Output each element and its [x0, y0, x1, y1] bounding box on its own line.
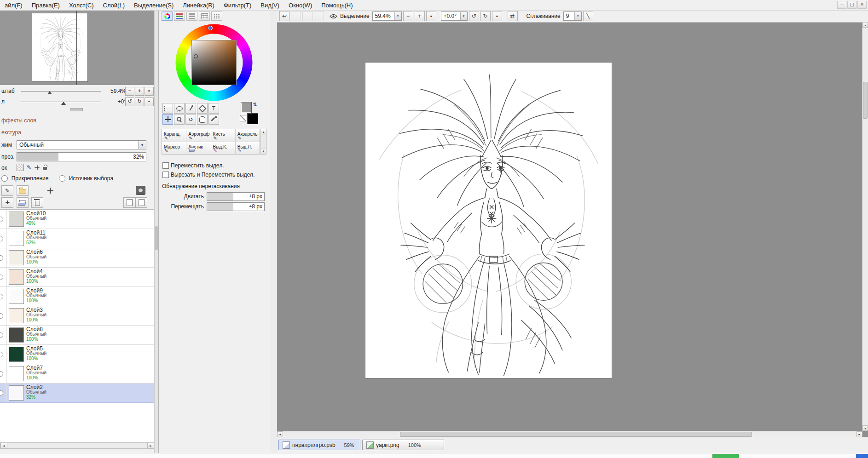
document-tab[interactable]: yapiii.png 100%: [362, 440, 444, 450]
scroll-down-arrow[interactable]: ▼: [261, 148, 266, 154]
document-tab-active[interactable]: пнрапрплгро.psb 59%: [278, 440, 360, 450]
swatches-tab[interactable]: [211, 11, 222, 21]
angle-slider-thumb[interactable]: [61, 102, 66, 105]
navigator-preview[interactable]: [32, 13, 87, 81]
cut-move-selection-checkbox[interactable]: [162, 172, 169, 178]
saturation-value-square[interactable]: [192, 40, 236, 85]
flip-horizontal-button[interactable]: ⇄: [508, 11, 518, 21]
menu-view[interactable]: Вид(V): [256, 0, 284, 10]
rotate-view-button[interactable]: ↺: [185, 114, 196, 125]
panel-splitter[interactable]: [270, 10, 278, 453]
layer-row[interactable]: Слой9 Обычный 100%: [0, 287, 155, 306]
menu-filter[interactable]: Фильтр(T): [219, 0, 256, 10]
layer-visibility-cell[interactable]: [0, 326, 7, 344]
chevron-down-icon[interactable]: ▾: [394, 12, 401, 20]
canvas-vscrollbar[interactable]: ▲ ▼: [862, 22, 868, 431]
tool-selection-pen[interactable]: Выд.К.✎: [211, 142, 235, 155]
copy-layer-button[interactable]: [123, 197, 135, 208]
canvas-page[interactable]: [365, 63, 612, 378]
drag-translate-input[interactable]: ±8 px: [207, 202, 265, 211]
move-tool-button[interactable]: [162, 114, 173, 125]
layer-row[interactable]: Слой3 Обычный 100%: [0, 306, 155, 326]
scrollbar-thumb[interactable]: [155, 226, 158, 250]
close-button[interactable]: ✕: [857, 1, 867, 9]
redo-button[interactable]: [291, 11, 301, 21]
tool-selection-eraser[interactable]: Выд.Л.✎: [236, 142, 260, 155]
tool-watercolor[interactable]: Акварель✎: [236, 129, 260, 142]
text-tool-button[interactable]: T: [208, 103, 219, 114]
hand-tool-button[interactable]: [197, 114, 208, 125]
chevron-down-icon[interactable]: ▾: [460, 12, 467, 20]
layer-visibility-cell[interactable]: [0, 210, 7, 229]
zoom-out-button[interactable]: −: [125, 87, 134, 96]
chevron-down-icon[interactable]: ▾: [574, 12, 581, 20]
menu-help[interactable]: Помощь(H): [317, 0, 357, 10]
opacity-slider[interactable]: 32%: [17, 152, 146, 161]
canvas-zoom-select[interactable]: 59.4% ▾: [372, 11, 402, 21]
marker-tool-button[interactable]: ✎: [1, 185, 13, 196]
eyedropper-button[interactable]: [208, 114, 219, 125]
scroll-right-arrow[interactable]: ►: [147, 443, 154, 448]
scrollbar-thumb[interactable]: [863, 82, 868, 119]
scroll-down-arrow[interactable]: ▼: [862, 425, 868, 431]
rgb-slider-tab[interactable]: [174, 11, 185, 21]
menu-edit[interactable]: Правка(E): [27, 0, 64, 10]
lasso-tool-button[interactable]: [174, 103, 185, 114]
canvas-hscrollbar[interactable]: ◄ ►: [277, 431, 862, 437]
lock-icon[interactable]: [43, 167, 47, 170]
hsv-slider-tab[interactable]: [186, 11, 197, 21]
chevron-down-icon[interactable]: ▾: [138, 141, 146, 149]
merge-layer-button[interactable]: [135, 197, 147, 208]
tool-marker[interactable]: Маркер✎: [162, 142, 186, 155]
transform-button[interactable]: [44, 185, 56, 196]
menu-ruler[interactable]: Линейка(R): [178, 0, 219, 10]
panel-settings-button[interactable]: [136, 186, 145, 195]
layer-row[interactable]: Слой7 Обычный 100%: [0, 364, 155, 384]
layer-visibility-cell[interactable]: [0, 229, 7, 248]
new-layer-button[interactable]: ✚: [1, 197, 13, 208]
position-lock-icon[interactable]: [35, 165, 39, 170]
taskbar-blue-button[interactable]: [856, 454, 868, 458]
undo-button[interactable]: ↩: [279, 11, 289, 21]
layer-row[interactable]: Слой4 Обычный 100%: [0, 268, 155, 287]
copy-button[interactable]: [314, 11, 324, 21]
zoom-slider[interactable]: [21, 91, 101, 92]
transparent-color-swatch[interactable]: [240, 115, 246, 121]
selection-source-radio[interactable]: [59, 175, 65, 182]
menu-canvas[interactable]: Холст(C): [64, 0, 98, 10]
canvas-zoom-reset-button[interactable]: ▪: [426, 11, 436, 21]
angle-slider[interactable]: [21, 102, 101, 102]
layer-row[interactable]: Слой5 Обычный 100%: [0, 345, 155, 364]
tool-pencil[interactable]: Каранд.✎: [162, 129, 186, 142]
hue-marker[interactable]: [208, 26, 213, 30]
zoom-tool-button[interactable]: [174, 114, 185, 125]
zoom-slider-thumb[interactable]: [47, 91, 52, 94]
color-wheel-tab[interactable]: [162, 11, 173, 21]
cut-move-selection-option[interactable]: Вырезать и Переместить выдел.: [162, 171, 255, 178]
scroll-up-arrow[interactable]: ▲: [862, 22, 868, 28]
bucket-tool-button[interactable]: [197, 103, 208, 114]
tool-brush[interactable]: Кисть✎: [211, 129, 235, 142]
angle-reset-button[interactable]: ▪: [145, 97, 154, 106]
color-mixer-tab[interactable]: [199, 11, 210, 21]
scroll-left-arrow[interactable]: ◄: [0, 443, 7, 448]
panel-resize-grip[interactable]: [70, 108, 83, 111]
move-selection-checkbox[interactable]: [162, 162, 169, 169]
rotate-ccw-button[interactable]: ↺: [125, 97, 134, 106]
layer-row[interactable]: Слой10 Обычный 49%: [0, 210, 155, 229]
taskbar-green-button[interactable]: [712, 454, 739, 458]
layer-row[interactable]: Слой11 Обычный 52%: [0, 229, 155, 248]
secondary-color-swatch[interactable]: [247, 113, 258, 124]
swap-colors-icon[interactable]: ⇅: [253, 102, 257, 108]
blend-mode-select[interactable]: Обычный ▾: [17, 140, 146, 149]
layer-visibility-cell[interactable]: [0, 384, 7, 402]
move-selection-option[interactable]: Переместить выдел.: [162, 162, 224, 169]
layer-visibility-cell[interactable]: [0, 306, 7, 325]
zoom-in-button[interactable]: +: [135, 87, 144, 96]
maximize-button[interactable]: ▢: [847, 1, 856, 9]
menu-file[interactable]: айл(F): [0, 0, 27, 10]
magic-wand-button[interactable]: [185, 103, 196, 114]
canvas-rotate-ccw-button[interactable]: ↺: [469, 11, 479, 21]
line-quality-button[interactable]: ╲: [583, 11, 593, 21]
sv-marker[interactable]: [194, 54, 198, 58]
